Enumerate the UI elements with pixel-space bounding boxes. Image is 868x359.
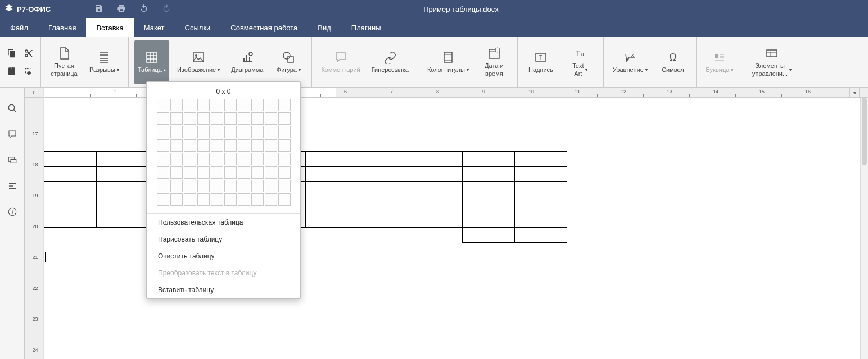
grid-cell[interactable]: [211, 180, 223, 192]
grid-cell[interactable]: [170, 112, 183, 125]
grid-cell[interactable]: [251, 99, 264, 111]
grid-cell[interactable]: [265, 99, 277, 111]
grid-cell[interactable]: [265, 126, 277, 138]
grid-cell[interactable]: [211, 139, 223, 152]
grid-cell[interactable]: [197, 180, 210, 192]
headings-icon[interactable]: [7, 181, 17, 193]
symbol-button[interactable]: Ω Символ: [655, 40, 690, 84]
menu-home[interactable]: Главная: [38, 18, 86, 37]
grid-cell[interactable]: [238, 180, 250, 192]
grid-cell[interactable]: [238, 126, 250, 138]
insert-table-item[interactable]: Вставить таблицу: [147, 281, 300, 298]
grid-cell[interactable]: [184, 112, 196, 125]
grid-cell[interactable]: [224, 153, 237, 165]
grid-cell[interactable]: [170, 193, 183, 206]
grid-cell[interactable]: [197, 153, 210, 165]
grid-cell[interactable]: [278, 166, 291, 179]
save-icon[interactable]: [94, 4, 103, 15]
grid-cell[interactable]: [278, 99, 291, 111]
chart-button[interactable]: Диаграмма: [228, 40, 266, 84]
grid-cell[interactable]: [278, 153, 291, 165]
vertical-scrollbar[interactable]: [860, 98, 868, 359]
grid-cell[interactable]: [278, 126, 291, 138]
grid-cell[interactable]: [157, 99, 169, 111]
grid-cell[interactable]: [251, 166, 264, 179]
grid-cell[interactable]: [184, 153, 196, 165]
grid-cell[interactable]: [170, 180, 183, 192]
grid-cell[interactable]: [265, 180, 277, 192]
grid-cell[interactable]: [265, 193, 277, 206]
copy-button[interactable]: [6, 47, 18, 60]
grid-cell[interactable]: [224, 139, 237, 152]
grid-cell[interactable]: [211, 166, 223, 179]
grid-cell[interactable]: [157, 193, 169, 206]
image-button[interactable]: Изображение▾: [174, 40, 223, 84]
grid-cell[interactable]: [251, 193, 264, 206]
grid-cell[interactable]: [211, 112, 223, 125]
grid-cell[interactable]: [170, 139, 183, 152]
grid-cell[interactable]: [278, 180, 291, 192]
textbox-button[interactable]: T Надпись: [523, 40, 558, 84]
paste-button[interactable]: [6, 65, 18, 78]
comments-icon[interactable]: [7, 129, 17, 142]
grid-cell[interactable]: [157, 153, 169, 165]
grid-cell[interactable]: [224, 180, 237, 192]
grid-cell[interactable]: [184, 126, 196, 138]
grid-cell[interactable]: [170, 126, 183, 138]
table-size-grid[interactable]: [147, 99, 300, 213]
grid-cell[interactable]: [251, 112, 264, 125]
grid-cell[interactable]: [251, 139, 264, 152]
menu-insert[interactable]: Вставка: [86, 18, 133, 37]
grid-cell[interactable]: [157, 112, 169, 125]
grid-cell[interactable]: [197, 126, 210, 138]
grid-cell[interactable]: [224, 166, 237, 179]
grid-cell[interactable]: [251, 126, 264, 138]
grid-cell[interactable]: [265, 153, 277, 165]
grid-cell[interactable]: [157, 166, 169, 179]
grid-cell[interactable]: [211, 153, 223, 165]
menu-plugins[interactable]: Плагины: [341, 18, 391, 37]
grid-cell[interactable]: [197, 193, 210, 206]
custom-table-item[interactable]: Пользовательская таблица: [147, 214, 300, 231]
chat-icon[interactable]: [7, 155, 17, 167]
textart-button[interactable]: Ta Text Art▾: [563, 40, 598, 84]
grid-cell[interactable]: [157, 180, 169, 192]
undo-icon[interactable]: [139, 4, 148, 15]
grid-cell[interactable]: [265, 166, 277, 179]
blank-page-button[interactable]: Пустая страница: [47, 40, 82, 84]
grid-cell[interactable]: [265, 112, 277, 125]
grid-cell[interactable]: [197, 139, 210, 152]
grid-cell[interactable]: [157, 126, 169, 138]
shape-button[interactable]: Фигура▾: [271, 40, 306, 84]
grid-cell[interactable]: [224, 99, 237, 111]
grid-cell[interactable]: [184, 166, 196, 179]
menu-layout[interactable]: Макет: [134, 18, 175, 37]
hyperlink-button[interactable]: Гиперссылка: [368, 40, 412, 84]
ruler-expand-button[interactable]: ▾: [849, 88, 860, 98]
redo-icon[interactable]: [162, 4, 171, 15]
grid-cell[interactable]: [211, 99, 223, 111]
search-icon[interactable]: [7, 103, 17, 116]
grid-cell[interactable]: [238, 193, 250, 206]
grid-cell[interactable]: [157, 139, 169, 152]
erase-table-item[interactable]: Очистить таблицу: [147, 248, 300, 265]
datetime-button[interactable]: Дата и время: [477, 40, 512, 84]
grid-cell[interactable]: [224, 193, 237, 206]
menu-file[interactable]: Файл: [0, 18, 38, 37]
header-footer-button[interactable]: Колонтитулы▾: [424, 40, 472, 84]
grid-cell[interactable]: [238, 99, 250, 111]
menu-collab[interactable]: Совместная работа: [220, 18, 308, 37]
grid-cell[interactable]: [211, 193, 223, 206]
grid-cell[interactable]: [197, 112, 210, 125]
grid-cell[interactable]: [238, 112, 250, 125]
document-table[interactable]: [44, 151, 567, 243]
grid-cell[interactable]: [251, 153, 264, 165]
menu-refs[interactable]: Ссылки: [175, 18, 221, 37]
grid-cell[interactable]: [238, 166, 250, 179]
select-button[interactable]: [22, 65, 35, 78]
grid-cell[interactable]: [184, 99, 196, 111]
equation-button[interactable]: x Уравнение▾: [609, 40, 651, 84]
grid-cell[interactable]: [184, 180, 196, 192]
grid-cell[interactable]: [265, 139, 277, 152]
grid-cell[interactable]: [170, 166, 183, 179]
